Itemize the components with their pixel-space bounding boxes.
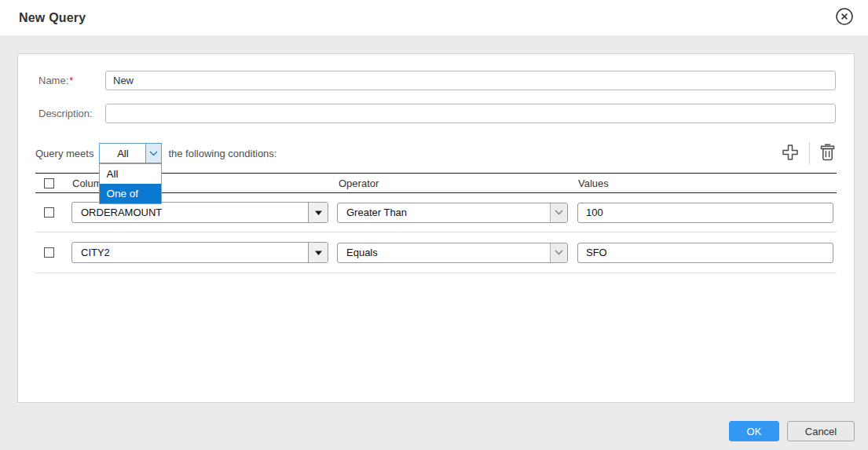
column-select[interactable]: CITY2 — [71, 242, 328, 263]
name-row: Name:* — [38, 71, 836, 90]
dialog-footer: OK Cancel — [729, 421, 855, 441]
column-select-value: CITY2 — [72, 243, 308, 262]
name-label: Name:* — [38, 75, 105, 86]
caret-down-icon[interactable] — [308, 203, 328, 222]
trash-icon — [819, 142, 837, 165]
page-title: New Query — [19, 11, 86, 25]
ok-button[interactable]: OK — [729, 421, 779, 441]
row-checkbox[interactable] — [44, 207, 54, 218]
values-header: Values — [577, 177, 833, 189]
name-input[interactable] — [105, 71, 836, 90]
plus-icon — [780, 142, 800, 165]
operator-select-value: Greater Than — [338, 203, 550, 222]
query-meets-label: Query meets — [35, 148, 93, 159]
column-select-value: ORDERAMOUNT — [72, 203, 308, 222]
chevron-down-icon[interactable] — [550, 203, 567, 222]
match-type-selected-value: All — [100, 144, 145, 163]
match-type-dropdown-list: All One of — [99, 163, 162, 204]
description-label: Description: — [38, 108, 105, 119]
icon-divider — [809, 142, 810, 164]
description-row: Description: — [38, 104, 836, 123]
dropdown-option-all[interactable]: All — [100, 164, 161, 184]
chevron-down-icon[interactable] — [550, 243, 567, 262]
condition-actions — [780, 142, 837, 165]
operator-select[interactable]: Greater Than — [337, 203, 568, 223]
row-checkbox[interactable] — [44, 247, 54, 258]
value-input[interactable] — [577, 243, 833, 263]
delete-condition-button[interactable] — [819, 142, 837, 165]
table-row: CITY2 Equals — [35, 232, 837, 273]
conditions-suffix-label: the following conditions: — [168, 148, 277, 159]
dropdown-option-one-of[interactable]: One of — [100, 184, 161, 203]
match-type-select[interactable]: All All One of — [99, 143, 162, 163]
add-condition-button[interactable] — [780, 142, 800, 165]
close-icon — [835, 7, 854, 28]
close-button[interactable] — [835, 9, 854, 27]
select-all-checkbox[interactable] — [44, 178, 54, 188]
dialog-titlebar: New Query — [0, 0, 868, 35]
description-input[interactable] — [105, 104, 836, 123]
operator-select-value: Equals — [338, 243, 550, 262]
operator-select[interactable]: Equals — [337, 243, 568, 263]
dialog-body: Name:* Description: Query meets All All … — [0, 35, 868, 450]
cancel-button[interactable]: Cancel — [787, 421, 855, 441]
query-form-card: Name:* Description: Query meets All All … — [17, 53, 855, 403]
value-input[interactable] — [577, 203, 833, 223]
required-marker: * — [69, 75, 73, 86]
column-select[interactable]: ORDERAMOUNT — [71, 202, 328, 223]
condition-bar: Query meets All All One of the following… — [35, 142, 837, 164]
operator-header: Operator — [337, 177, 379, 189]
chevron-down-icon[interactable] — [145, 144, 161, 163]
caret-down-icon[interactable] — [308, 243, 328, 262]
